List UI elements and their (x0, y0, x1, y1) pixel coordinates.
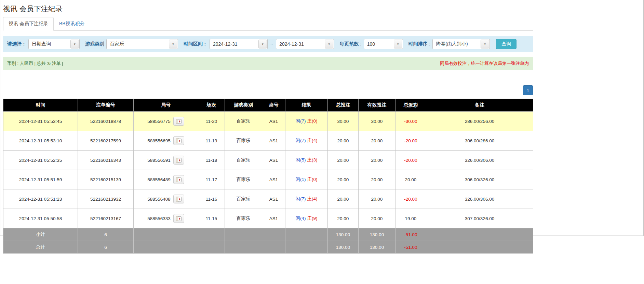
filter-label-page-size: 每页笔数 : (339, 41, 362, 47)
cell-round-id: 588556591 (134, 151, 198, 170)
cell-total-bet[interactable]: 30.00 (328, 112, 359, 131)
subtotal-valid-bet: 130.00 (359, 228, 395, 241)
result-banker: 庄(4) (307, 196, 318, 201)
cell-table-no: AS1 (262, 112, 285, 131)
column-header: 总投注 (328, 99, 359, 112)
cell-total-bet[interactable]: 20.00 (328, 209, 359, 228)
page-size-value: 100 (364, 41, 378, 47)
query-type-combobox[interactable]: 日期查询 ▼ (28, 39, 80, 49)
date-from-value: 2024-12-31 (210, 41, 241, 47)
valid-bet-notice: 同局有效投注，统一计算在该局第一张注单内 (440, 60, 529, 67)
column-header: 局号 (134, 99, 198, 112)
cell-payout: -20.00 (395, 189, 426, 209)
cell-game-type: 百家乐 (225, 209, 262, 228)
cell-session: 11-15 (198, 209, 225, 228)
cell-valid-bet: 20.00 (359, 189, 395, 209)
cell-session: 11-20 (198, 112, 225, 131)
result-player: 闲(7) (296, 138, 306, 143)
view-cards-icon[interactable] (173, 214, 184, 223)
cell-game-type: 百家乐 (225, 112, 262, 131)
chevron-down-icon[interactable]: ▼ (481, 40, 489, 48)
cell-bet-id: 522160218878 (78, 112, 134, 131)
tab-bar: 视讯 会员下注纪录 BB视讯积分 (3, 17, 533, 31)
table-row: 2024-12-31 05:52:35 522160216343 5885565… (3, 151, 533, 170)
cell-time: 2024-12-31 05:52:35 (3, 151, 78, 170)
column-header: 场次 (198, 99, 225, 112)
chevron-down-icon[interactable]: ▼ (394, 40, 402, 48)
tab-betting-records[interactable]: 视讯 会员下注纪录 (3, 17, 54, 31)
cell-result: 闲(1)庄(0) (285, 170, 328, 189)
total-count: 6 (78, 241, 134, 254)
total-total-bet: 130.00 (328, 241, 359, 254)
query-button[interactable]: 查询 (496, 39, 516, 49)
column-header: 结果 (285, 99, 328, 112)
empty-cell (426, 241, 533, 254)
chevron-down-icon[interactable]: ▼ (169, 40, 177, 48)
column-header: 注单编号 (78, 99, 134, 112)
round-id-text: 588556775 (147, 119, 171, 124)
round-id-text: 588556695 (147, 138, 171, 143)
round-id-text: 588556489 (147, 177, 171, 182)
round-id-text: 588556333 (147, 216, 171, 221)
cell-payout: -30.00 (395, 112, 426, 131)
cell-total-bet[interactable]: 20.00 (328, 151, 359, 170)
cell-round-id: 588556408 (134, 189, 198, 209)
summary-bar: 币别 : 人民币 | 总共 :6 注单 | 同局有效投注，统一计算在该局第一张注… (3, 57, 533, 70)
cell-bet-id: 522160213932 (78, 189, 134, 209)
result-player: 闲(5) (296, 157, 306, 162)
table-row: 2024-12-31 05:50:58 522160213167 5885563… (3, 209, 533, 228)
result-player: 闲(7) (296, 196, 306, 201)
cell-result: 闲(4)庄(9) (285, 209, 328, 228)
cell-table-no: AS1 (262, 209, 285, 228)
result-player: 闲(1) (296, 177, 306, 182)
date-to-input[interactable]: 2024-12-31 ▼ (276, 39, 334, 49)
cell-game-type: 百家乐 (225, 131, 262, 151)
cell-bet-id: 522160216343 (78, 151, 134, 170)
cell-time: 2024-12-31 05:53:45 (3, 112, 78, 131)
page-size-combobox[interactable]: 100 ▼ (364, 39, 403, 49)
empty-cell (134, 228, 198, 241)
cell-remark: 306.00/286.00 (426, 131, 533, 151)
range-separator: ~ (270, 41, 274, 47)
content-panel: 视讯 会员下注纪录 视讯 会员下注纪录 BB视讯积分 请选择： 日期查询 ▼ 游… (0, 0, 644, 236)
cell-payout: -20.00 (395, 131, 426, 151)
cell-payout: 20.00 (395, 170, 426, 189)
chevron-down-icon[interactable]: ▼ (258, 40, 267, 48)
sort-order-combobox[interactable]: 降幂(由大到小) ▼ (432, 39, 490, 49)
page-button-1[interactable]: 1 (523, 85, 533, 95)
result-banker: 庄(0) (307, 177, 318, 182)
view-cards-icon[interactable] (173, 156, 184, 165)
round-id-text: 588556408 (147, 197, 171, 202)
column-header: 备注 (426, 99, 533, 112)
cell-bet-id: 522160213167 (78, 209, 134, 228)
view-cards-icon[interactable] (173, 195, 184, 203)
chevron-down-icon[interactable]: ▼ (325, 40, 333, 48)
date-from-input[interactable]: 2024-12-31 ▼ (210, 39, 268, 49)
currency-total-text: 币别 : 人民币 | 总共 :6 注单 | (7, 60, 63, 67)
table-row: 2024-12-31 05:51:23 522160213932 5885564… (3, 189, 533, 209)
view-cards-icon[interactable] (173, 175, 184, 184)
cell-total-bet[interactable]: 20.00 (328, 170, 359, 189)
subtotal-count: 6 (78, 228, 134, 241)
cell-table-no: AS1 (262, 189, 285, 209)
cell-result: 闲(7)庄(4) (285, 189, 328, 209)
cell-table-no: AS1 (262, 151, 285, 170)
filter-label-sort: 时间排序 : (408, 41, 431, 47)
column-header: 有效投注 (359, 99, 395, 112)
subtotal-total-bet: 130.00 (328, 228, 359, 241)
cell-total-bet[interactable]: 20.00 (328, 131, 359, 151)
tab-bb-video-points[interactable]: BB视讯积分 (54, 17, 90, 31)
chevron-down-icon[interactable]: ▼ (70, 40, 79, 48)
game-type-combobox[interactable]: 百家乐 ▼ (106, 39, 178, 49)
round-id-text: 588556591 (147, 158, 171, 163)
cell-total-bet[interactable]: 20.00 (328, 189, 359, 209)
view-cards-icon[interactable] (173, 117, 184, 126)
cell-table-no: AS1 (262, 131, 285, 151)
cell-valid-bet: 30.00 (359, 112, 395, 131)
cell-bet-id: 522160217599 (78, 131, 134, 151)
cell-round-id: 588556333 (134, 209, 198, 228)
result-banker: 庄(3) (307, 157, 318, 162)
view-cards-icon[interactable] (173, 136, 184, 145)
page-title: 视讯 会员下注纪录 (3, 0, 533, 17)
empty-cell (225, 241, 262, 254)
